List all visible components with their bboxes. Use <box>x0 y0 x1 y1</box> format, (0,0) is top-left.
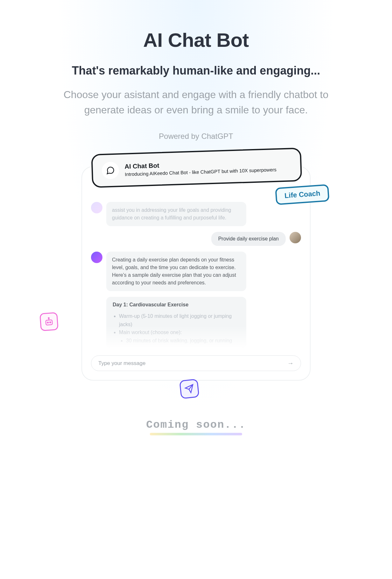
coming-soon-section: Coming soon... <box>0 419 392 435</box>
page-title: AI Chat Bot <box>0 29 392 51</box>
chat-panel: AI Chat Bot Introducing AIKeedo Chat Bot… <box>81 166 311 381</box>
bot-intro-row: assist you in addressing your life goals… <box>91 202 301 226</box>
page-subtitle: That's remarkably human-like and engagin… <box>0 64 392 77</box>
svg-rect-0 <box>46 320 52 325</box>
svg-point-4 <box>48 318 49 318</box>
fade-overlay <box>106 325 246 348</box>
message-list: assist you in addressing your life goals… <box>91 202 301 348</box>
message-placeholder: Type your message <box>98 360 145 367</box>
user-avatar <box>290 232 301 243</box>
message-input[interactable]: Type your message → <box>91 355 301 371</box>
exercise-plan-block: Day 1: Cardiovascular Exercise Warm-up (… <box>106 297 246 348</box>
coming-soon-underline <box>150 433 242 435</box>
bot-avatar <box>91 202 102 213</box>
user-row: Provide daily exercise plan <box>91 232 301 246</box>
chat-area: AI Chat Bot Introducing AIKeedo Chat Bot… <box>81 166 311 381</box>
page-description: Choose your asistant and engage with a f… <box>53 87 339 118</box>
paper-plane-icon <box>179 379 200 399</box>
chatbot-banner: AI Chat Bot Introducing AIKeedo Chat Bot… <box>91 147 302 188</box>
svg-point-2 <box>50 322 51 323</box>
robot-icon <box>39 312 59 331</box>
bot-reply-bubble: Creating a daily exercise plan depends o… <box>106 252 246 291</box>
plan-title: Day 1: Cardiovascular Exercise <box>113 302 240 308</box>
coming-soon-text: Coming soon... <box>146 419 246 431</box>
svg-point-1 <box>47 322 48 323</box>
bot-intro-bubble: assist you in addressing your life goals… <box>106 202 246 226</box>
bot-avatar <box>91 252 102 263</box>
bot-reply-row: Creating a daily exercise plan depends o… <box>91 252 301 291</box>
send-arrow-icon[interactable]: → <box>287 360 294 367</box>
life-coach-badge: Life Coach <box>275 184 330 205</box>
powered-by: Powered by ChatGPT <box>0 132 392 141</box>
chat-bubble-icon <box>102 161 119 179</box>
compose-area: Type your message → <box>91 355 301 371</box>
user-bubble: Provide daily exercise plan <box>211 232 286 246</box>
